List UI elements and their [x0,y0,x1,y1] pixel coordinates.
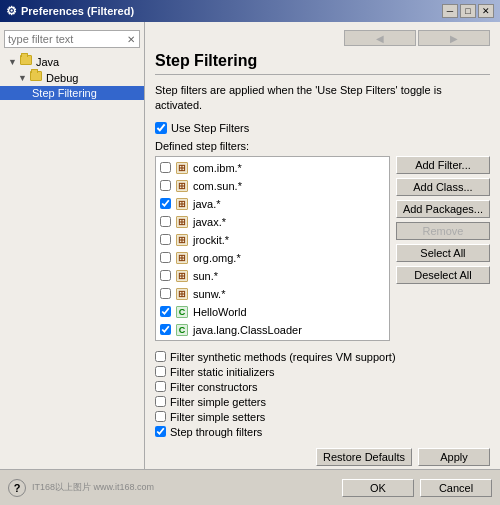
window-title: Preferences (Filtered) [21,5,134,17]
options-section: Filter synthetic methods (requires VM su… [155,351,490,438]
filter-list-item[interactable]: ⊞org.omg.* [156,249,389,267]
filter-label-sunw: sunw.* [193,288,225,300]
filter-label-com.ibm: com.ibm.* [193,162,242,174]
option-checkbox-simple-setters[interactable] [155,411,166,422]
use-step-filters-label[interactable]: Use Step Filters [171,122,249,134]
filter-label-jrockit: jrockit.* [193,234,229,246]
package-icon: ⊞ [175,161,189,175]
apply-button[interactable]: Apply [418,448,490,466]
nav-forward-button[interactable]: ▶ [418,30,490,46]
filter-checkbox-sunw[interactable] [160,288,171,299]
filter-label-classloader: java.lang.ClassLoader [193,324,302,336]
option-label-simple-getters[interactable]: Filter simple getters [170,396,266,408]
content-panel: ◀ ▶ Step Filtering Step filters are appl… [145,22,500,505]
filter-list-item[interactable]: ⊞sun.* [156,267,389,285]
filter-checkbox-sun[interactable] [160,270,171,281]
window-title-area: ⚙ Preferences (Filtered) [6,4,134,18]
content-description: Step filters are applied when the 'Use S… [155,83,490,114]
option-row-step-through: Step through filters [155,426,490,438]
sidebar: ✕ ▼ Java ▼ Debug Step Filtering [0,22,145,505]
watermark: IT168以上图片 www.it168.com [32,481,154,494]
filter-list-item[interactable]: ⊞javax.* [156,213,389,231]
option-checkbox-constructors[interactable] [155,381,166,392]
filter-list-item[interactable]: ⊞com.sun.* [156,177,389,195]
nav-buttons: ◀ ▶ [155,30,490,46]
remove-button: Remove [396,222,490,240]
use-step-filters-checkbox[interactable] [155,122,167,134]
filter-checkbox-helloworld[interactable] [160,306,171,317]
restore-defaults-button[interactable]: Restore Defaults [316,448,412,466]
option-row-constructors: Filter constructors [155,381,490,393]
expand-icon-java: ▼ [8,57,18,67]
filter-label-org.omg: org.omg.* [193,252,241,264]
filter-list-item[interactable]: Cjava.lang.ClassLoader [156,321,389,339]
package-icon: ⊞ [175,179,189,193]
sidebar-label-java: Java [36,56,59,68]
option-checkbox-step-through[interactable] [155,426,166,437]
option-label-simple-setters[interactable]: Filter simple setters [170,411,265,423]
sidebar-item-java[interactable]: ▼ Java [0,54,144,70]
window-controls: ─ □ ✕ [442,4,494,18]
sidebar-label-step-filtering: Step Filtering [32,87,97,99]
option-row-simple-getters: Filter simple getters [155,396,490,408]
nav-back-button[interactable]: ◀ [344,30,416,46]
close-button[interactable]: ✕ [478,4,494,18]
bottom-left: ? IT168以上图片 www.it168.com [8,479,154,497]
option-label-static-init[interactable]: Filter static initializers [170,366,275,378]
filter-checkbox-org.omg[interactable] [160,252,171,263]
filter-list-item[interactable]: CHelloWorld [156,303,389,321]
package-icon: ⊞ [175,287,189,301]
filter-label-com.sun: com.sun.* [193,180,242,192]
filter-checkbox-javax[interactable] [160,216,171,227]
filter-buttons-panel: Add Filter... Add Class... Add Packages.… [396,156,490,341]
option-label-constructors[interactable]: Filter constructors [170,381,257,393]
filter-list-item[interactable]: ⊞sunw.* [156,285,389,303]
filter-clear-icon[interactable]: ✕ [124,32,138,46]
filter-label-sun: sun.* [193,270,218,282]
option-row-simple-setters: Filter simple setters [155,411,490,423]
option-label-step-through[interactable]: Step through filters [170,426,262,438]
option-checkbox-static-init[interactable] [155,366,166,377]
debug-folder-icon [30,71,44,85]
add-filter-button[interactable]: Add Filter... [396,156,490,174]
add-packages-button[interactable]: Add Packages... [396,200,490,218]
sidebar-item-step-filtering[interactable]: Step Filtering [0,86,144,100]
package-icon: ⊞ [175,215,189,229]
ok-button[interactable]: OK [342,479,414,497]
package-icon: ⊞ [175,269,189,283]
filter-checkbox-classloader[interactable] [160,324,171,335]
filter-checkbox-com.sun[interactable] [160,180,171,191]
add-class-button[interactable]: Add Class... [396,178,490,196]
bottom-right: OK Cancel [342,479,492,497]
class-icon: C [175,305,189,319]
option-checkbox-synthetic[interactable] [155,351,166,362]
select-all-button[interactable]: Select All [396,244,490,262]
filter-list-item[interactable]: ⊞java.* [156,195,389,213]
filter-input[interactable] [4,30,140,48]
filter-label-helloworld: HelloWorld [193,306,247,318]
sidebar-label-debug: Debug [46,72,78,84]
package-icon: ⊞ [175,233,189,247]
sidebar-item-debug[interactable]: ▼ Debug [0,70,144,86]
help-button[interactable]: ? [8,479,26,497]
page-title: Step Filtering [155,52,490,75]
option-row-synthetic: Filter synthetic methods (requires VM su… [155,351,490,363]
filter-checkbox-jrockit[interactable] [160,234,171,245]
filter-list-item[interactable]: ⊞com.ibm.* [156,159,389,177]
option-checkbox-simple-getters[interactable] [155,396,166,407]
filter-list-item[interactable]: ⊞jrockit.* [156,231,389,249]
filter-list[interactable]: ⊞com.ibm.*⊞com.sun.*⊞java.*⊞javax.*⊞jroc… [155,156,390,341]
restore-apply-row: Restore Defaults Apply [155,448,490,466]
filter-checkbox-java[interactable] [160,198,171,209]
filters-container: ⊞com.ibm.*⊞com.sun.*⊞java.*⊞javax.*⊞jroc… [155,156,490,341]
cancel-button[interactable]: Cancel [420,479,492,497]
option-label-synthetic[interactable]: Filter synthetic methods (requires VM su… [170,351,396,363]
filter-checkbox-com.ibm[interactable] [160,162,171,173]
maximize-button[interactable]: □ [460,4,476,18]
java-folder-icon [20,55,34,69]
title-bar: ⚙ Preferences (Filtered) ─ □ ✕ [0,0,500,22]
minimize-button[interactable]: ─ [442,4,458,18]
bottom-bar: ? IT168以上图片 www.it168.com OK Cancel [0,469,500,505]
package-icon: ⊞ [175,251,189,265]
deselect-all-button[interactable]: Deselect All [396,266,490,284]
